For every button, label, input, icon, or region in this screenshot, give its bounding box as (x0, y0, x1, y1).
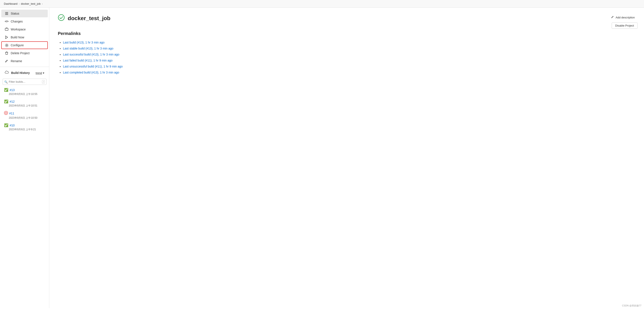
permalink-link[interactable]: Last stable build (#13), 1 hr 3 min ago (63, 47, 113, 50)
svg-rect-0 (5, 12, 8, 13)
sidebar-delete-label: Delete Project (11, 52, 30, 55)
build-12-number-row: ✅ #12 (4, 100, 46, 104)
breadcrumb-job[interactable]: docker_test_job (21, 2, 41, 5)
permalink-link[interactable]: Last unsuccessful build (#11), 1 hr 9 mi… (63, 65, 123, 68)
rename-icon (5, 59, 8, 63)
workspace-icon (5, 28, 8, 31)
sidebar-workspace-label: Workspace (11, 28, 26, 31)
sidebar-configure-label: Configure (11, 44, 24, 47)
svg-point-6 (58, 14, 64, 20)
sidebar-changes-label: Changes (11, 20, 23, 23)
build-10-link[interactable]: #10 (10, 124, 14, 127)
sidebar-item-workspace[interactable]: Workspace (1, 26, 48, 33)
sidebar-item-build-now[interactable]: Build Now (1, 34, 48, 41)
filter-slash-hint: / (42, 80, 45, 84)
status-icon (5, 12, 8, 16)
trend-button[interactable]: trend ▾ (36, 71, 44, 74)
permalink-link[interactable]: Last build (#13), 1 hr 3 min ago (63, 41, 104, 44)
sidebar: Status </> Changes Workspace Bu (0, 8, 49, 308)
build-item-12[interactable]: ✅ #12 2023年9月6日 上午10:51 (0, 98, 49, 109)
build-11-status-icon (4, 111, 8, 116)
build-history-header: Build History trend ▾ (1, 68, 48, 77)
breadcrumb-sep-1: › (19, 2, 20, 5)
cloud-icon (5, 71, 9, 75)
delete-icon (5, 51, 8, 55)
filter-container: 🔍 / (0, 77, 49, 86)
build-10-status-icon: ✅ (4, 123, 8, 127)
filter-input[interactable] (2, 79, 46, 85)
add-description-button[interactable]: Add description (608, 14, 638, 21)
build-list: ✅ #13 2023年9月6日 上午10:55 ✅ #12 2023年9月6日 … (0, 86, 49, 133)
permalink-link[interactable]: Last failed build (#11), 1 hr 9 min ago (63, 59, 112, 62)
chevron-down-icon: ▾ (43, 71, 44, 74)
build-12-link[interactable]: #12 (10, 100, 14, 103)
permalink-link[interactable]: Last successful build (#13), 1 hr 3 min … (63, 53, 119, 56)
build-item-13[interactable]: ✅ #13 2023年9月6日 上午10:55 (0, 86, 49, 98)
build-11-date: 2023年9月6日 上午10:50 (4, 116, 46, 120)
build-now-icon (5, 35, 8, 39)
job-status-icon (58, 14, 65, 22)
build-13-link[interactable]: #13 (10, 88, 14, 92)
sidebar-status-label: Status (11, 12, 19, 15)
main-layout: Status </> Changes Workspace Bu (0, 8, 644, 308)
build-12-date: 2023年9月6日 上午10:51 (4, 104, 46, 108)
sidebar-item-configure[interactable]: Configure (1, 41, 48, 49)
build-11-number-row: #11 (4, 111, 46, 116)
watermark: CSDN @风轻扬77 (622, 304, 642, 307)
trend-label: trend (36, 71, 42, 74)
sidebar-rename-label: Rename (11, 59, 22, 63)
build-13-number-row: ✅ #13 (4, 88, 46, 92)
permalinks-title: Permalinks (58, 31, 636, 36)
configure-icon (5, 43, 8, 47)
breadcrumb-sep-2: › (42, 2, 43, 5)
job-title-row: docker_test_job (58, 14, 636, 22)
sidebar-item-rename[interactable]: Rename (1, 57, 48, 65)
svg-rect-1 (5, 13, 8, 14)
svg-point-4 (6, 44, 7, 46)
svg-rect-3 (5, 28, 8, 30)
sidebar-item-delete[interactable]: Delete Project (1, 49, 48, 57)
disable-project-button[interactable]: Disable Project (612, 22, 638, 29)
search-icon: 🔍 (4, 80, 8, 83)
add-description-label: Add description (616, 16, 635, 19)
permalink-link[interactable]: Last completed build (#13), 1 hr 3 min a… (63, 71, 119, 74)
breadcrumb-dashboard[interactable]: Dashboard (4, 2, 18, 5)
build-10-date: 2023年9月6日 上午9:21 (4, 128, 46, 131)
right-actions: Add description Disable Project (608, 14, 638, 29)
permalinks-section: Permalinks Last build (#13), 1 hr 3 min … (58, 31, 636, 76)
sidebar-buildnow-label: Build Now (11, 36, 24, 39)
svg-rect-2 (5, 14, 8, 15)
main-content: Add description Disable Project docker_t… (49, 8, 644, 308)
build-11-link[interactable]: #11 (9, 112, 14, 115)
build-13-date: 2023年9月6日 上午10:55 (4, 92, 46, 96)
build-item-11[interactable]: #11 2023年9月6日 上午10:50 (0, 109, 49, 122)
sidebar-item-status[interactable]: Status (1, 10, 48, 17)
build-12-status-icon: ✅ (4, 100, 8, 104)
sidebar-item-changes[interactable]: </> Changes (1, 18, 48, 25)
build-13-status-icon: ✅ (4, 88, 8, 92)
permalinks-list: Last build (#13), 1 hr 3 min agoLast sta… (58, 40, 636, 76)
breadcrumb: Dashboard › docker_test_job › (0, 0, 644, 8)
changes-icon: </> (5, 20, 8, 23)
build-10-number-row: ✅ #10 (4, 123, 46, 127)
build-item-10[interactable]: ✅ #10 2023年9月6日 上午9:21 (0, 122, 49, 133)
build-history-title: Build History (11, 71, 34, 74)
pencil-icon (611, 16, 614, 19)
job-title: docker_test_job (68, 15, 110, 22)
